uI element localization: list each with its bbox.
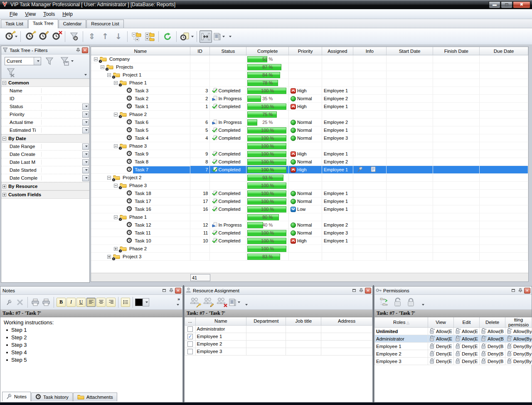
permissions-column-roles[interactable]: Roles △	[375, 317, 428, 328]
fit-columns-button[interactable]	[200, 30, 212, 43]
column-header-id[interactable]: ID	[190, 47, 210, 55]
add-task-button[interactable]	[23, 30, 36, 43]
resource-column-job-title[interactable]: Job title	[286, 317, 321, 325]
chevron-down-icon[interactable]	[34, 57, 41, 65]
column-header-priority[interactable]: Priority	[289, 47, 322, 55]
group-row-project-3[interactable]: Project 383 %	[91, 253, 528, 261]
checkbox-unchecked[interactable]	[187, 326, 193, 332]
permission-cell[interactable]: Allow(E	[429, 328, 452, 335]
group-row-phase-2[interactable]: Phase 275 %	[91, 111, 528, 119]
group-row-company[interactable]: Company51 %	[91, 55, 528, 63]
task-row-task-11[interactable]: Task 1111Completed100 %NormalEmployee 3	[91, 229, 528, 237]
minus-icon[interactable]	[2, 81, 6, 85]
task-row-task-8[interactable]: Task 88Completed100 %NormalEmployee 2	[91, 158, 528, 166]
font-color-button[interactable]	[135, 298, 150, 306]
chevron-down-icon[interactable]	[82, 151, 89, 158]
table-row[interactable]: Employee 1Deny(EDeny(EDeny(BDeny(By	[375, 343, 532, 350]
group-row-phase-3[interactable]: Phase 3100 %	[91, 142, 528, 150]
filter-section-by-date[interactable]: By Date	[1, 134, 89, 143]
group-row-project-2[interactable]: Project 293 %	[91, 174, 528, 182]
resource-column-department[interactable]: Department	[246, 317, 286, 325]
permission-cell[interactable]: Deny(E	[429, 343, 452, 350]
pin-icon[interactable]	[517, 288, 523, 294]
close-button[interactable]: ✖	[513, 1, 530, 8]
minus-icon[interactable]	[114, 81, 118, 85]
print-button[interactable]	[41, 297, 51, 307]
tab-calendar[interactable]: Calendar	[59, 20, 86, 28]
minimize-button[interactable]: ▬	[489, 1, 500, 8]
bottom-tab-task-history[interactable]: Task history	[31, 393, 73, 401]
permission-cell[interactable]: Allow(B	[481, 328, 504, 335]
menu-item-view[interactable]: View	[21, 10, 39, 18]
permission-cell[interactable]: Deny(E	[429, 358, 452, 365]
column-header-name[interactable]: Name	[91, 47, 190, 55]
remove-resource-button[interactable]	[215, 296, 227, 309]
permission-cell[interactable]: Deny(E	[455, 351, 478, 357]
export-button[interactable]	[179, 30, 194, 43]
task-row-task-2[interactable]: Task 22In Progress35 %NormalEmployee 2	[91, 95, 528, 103]
permission-cell[interactable]: Allow(By	[507, 328, 530, 335]
reports-button[interactable]	[213, 30, 225, 43]
group-row-phase-3[interactable]: Phase 3100 %	[91, 182, 528, 190]
permission-cell[interactable]: Allow(B	[481, 336, 504, 342]
clear-filter-button[interactable]	[5, 67, 16, 79]
close-icon[interactable]: ×	[524, 288, 530, 294]
plus-icon[interactable]	[107, 255, 111, 259]
chevron-down-icon[interactable]	[82, 167, 89, 173]
column-header-assigned[interactable]: Assigned	[322, 47, 353, 55]
restore-icon[interactable]	[161, 288, 167, 294]
notes-toolbar-overflow-icon[interactable]: »	[177, 296, 180, 301]
pin-icon[interactable]	[358, 288, 364, 294]
minus-icon[interactable]	[114, 184, 118, 188]
toolbar-overflow-icon[interactable]	[229, 36, 232, 37]
permission-cell[interactable]: Deny(E	[455, 343, 478, 350]
permissions-column-tting-permissio[interactable]: tting permissio	[505, 317, 532, 328]
permission-cell[interactable]: Allow(E	[455, 336, 478, 342]
plus-icon[interactable]	[114, 247, 118, 251]
save-filter-button[interactable]	[59, 56, 74, 66]
edit-task-button[interactable]	[37, 30, 49, 43]
align-left-button[interactable]	[86, 298, 96, 307]
tab-resource-list[interactable]: Resource List	[86, 20, 123, 28]
allow-permission-button[interactable]	[392, 296, 404, 309]
task-row-task-5[interactable]: Task 55Completed100 %NormalEmployee 1	[91, 126, 528, 134]
permission-cell[interactable]: Deny(By	[507, 343, 530, 350]
apply-filter-button[interactable]	[44, 56, 54, 67]
table-row[interactable]: ✓Employee 1	[185, 333, 372, 340]
minus-icon[interactable]	[94, 57, 98, 61]
table-row[interactable]: Employee 3Deny(EDeny(EDeny(BDeny(By	[375, 358, 532, 365]
deny-permission-button[interactable]	[405, 296, 417, 309]
permission-cell[interactable]: Allow(E	[429, 336, 452, 342]
task-row-task-17[interactable]: Task 1717Completed100 %NormalEmployee 1	[91, 198, 528, 205]
task-row-task-1[interactable]: Task 11Completed100 %HighEmployee 1	[91, 103, 528, 111]
group-row-phase-1[interactable]: Phase 180 %	[91, 213, 528, 221]
notes-content[interactable]: Working instructions: Step 1Step 2Step 3…	[0, 317, 182, 365]
pin-icon[interactable]	[168, 288, 174, 294]
resource-column-address[interactable]: Address	[321, 317, 372, 325]
move-up-button[interactable]: ↑	[99, 30, 111, 43]
task-row-task-9[interactable]: Task 99Completed100 %HighEmployee 1	[91, 150, 528, 158]
group-row-projects[interactable]: Projects87 %	[91, 63, 528, 71]
permissions-column-view[interactable]: View	[428, 317, 454, 328]
plus-icon[interactable]	[2, 193, 6, 197]
bottom-tab-notes[interactable]: Notes	[2, 392, 31, 401]
refresh-button[interactable]	[161, 30, 174, 43]
bullet-list-button[interactable]	[121, 298, 130, 307]
permissions-column-delete[interactable]: Delete	[480, 317, 505, 328]
restore-icon[interactable]	[510, 288, 516, 294]
filter-preset-select[interactable]: Current	[5, 57, 41, 65]
permission-cell[interactable]: Deny(By	[507, 351, 530, 357]
column-header-start-date[interactable]: Start Date	[387, 47, 433, 55]
resource-reports-button[interactable]	[228, 296, 241, 309]
checkbox-checked[interactable]: ✓	[187, 334, 193, 339]
pin-icon[interactable]	[357, 166, 363, 173]
task-row-task-6[interactable]: Task 66In Progress25 %NormalEmployee 2	[91, 119, 528, 126]
plus-icon[interactable]	[2, 185, 6, 188]
expand-all-button[interactable]	[143, 30, 156, 43]
chevron-down-icon[interactable]	[82, 175, 89, 181]
filter-button[interactable]	[68, 30, 80, 43]
task-row-task-12[interactable]: Task 1212In Progress40 %NormalEmployee 2	[91, 221, 528, 229]
pin-note-button[interactable]	[4, 297, 14, 307]
close-icon[interactable]: ×	[175, 288, 181, 294]
close-icon[interactable]: ×	[82, 47, 88, 53]
